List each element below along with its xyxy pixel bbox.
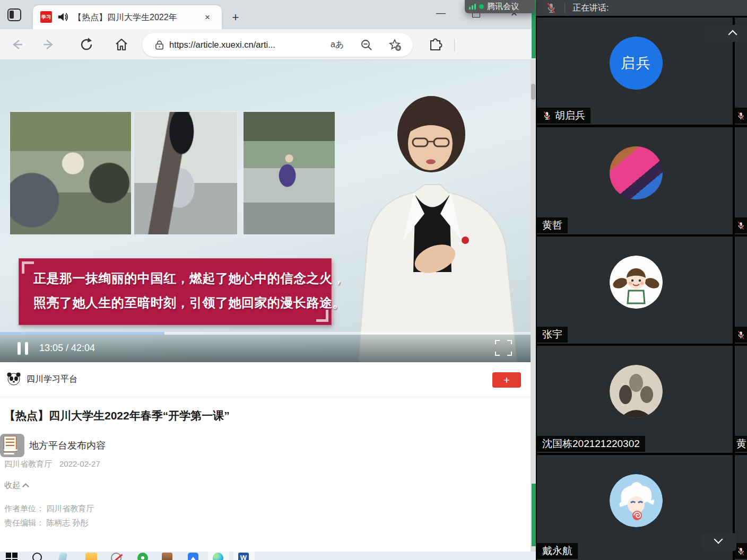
extensions-puzzle-icon[interactable]	[428, 37, 444, 52]
taskbar: W	[0, 552, 536, 560]
participant-tile[interactable]: 张宇	[537, 237, 733, 344]
tab-strip: 学习 【热点】四川大学生2022年 × +	[0, 0, 536, 29]
taskbar-quark-icon[interactable]	[183, 552, 204, 560]
scroll-down-button[interactable]	[701, 533, 736, 551]
status-dot-icon	[479, 4, 484, 9]
follow-button[interactable]: +	[492, 372, 521, 388]
taskbar-word-icon[interactable]: W	[233, 552, 255, 560]
mic-muted-icon	[542, 110, 552, 121]
participant-name-partial: 黄	[736, 437, 746, 451]
presenter-figure	[326, 81, 531, 362]
translate-icon[interactable]: aあ	[331, 39, 344, 50]
pause-button[interactable]	[18, 342, 28, 355]
video-controls: 13:05 / 42:04	[0, 335, 531, 362]
share-border-bottom	[532, 484, 536, 546]
tencent-meeting-pill[interactable]: 腾讯会议	[465, 0, 535, 13]
new-tab-button[interactable]: +	[228, 10, 243, 25]
byline-source: 四川省教育厅	[4, 459, 52, 468]
participant-tile-partial[interactable]	[735, 237, 747, 344]
avatar	[610, 146, 663, 199]
taskbar-edge-icon[interactable]	[208, 552, 229, 560]
mic-muted-icon	[736, 111, 745, 121]
tab-actions-menu-icon[interactable]	[7, 8, 21, 21]
window-minimize-button[interactable]: —	[435, 7, 447, 19]
avatar	[610, 256, 663, 309]
chevron-up-icon	[22, 483, 29, 490]
publisher-name[interactable]: 四川学习平台	[27, 374, 77, 385]
tab-audio-icon[interactable]	[57, 12, 69, 22]
toolbar-divider	[454, 39, 455, 51]
participant-label	[735, 543, 747, 559]
tab-close-icon[interactable]: ×	[201, 11, 214, 24]
participant-label	[735, 327, 747, 343]
article-title: 【热点】四川大学生2022年春季“开学第一课”	[4, 408, 482, 423]
video-photo-crowd	[10, 111, 132, 235]
participant-tile[interactable]: 黄哲	[537, 127, 733, 234]
home-icon[interactable]	[114, 37, 129, 52]
taskbar-file-explorer-icon[interactable]	[81, 552, 102, 560]
refresh-icon[interactable]	[79, 37, 94, 52]
video-photo-walking	[243, 111, 335, 235]
video-photo-ankle-monitor	[134, 111, 238, 235]
byline: 四川省教育厅2022-02-27	[4, 459, 108, 469]
author-line: 作者单位： 四川省教育厅	[4, 504, 94, 514]
tab-title: 【热点】四川大学生2022年	[73, 12, 193, 24]
browser-toolbar: https://article.xuexi.cn/arti... aあ •••	[0, 29, 536, 60]
zoom-out-icon[interactable]	[361, 39, 372, 51]
publisher-row: 四川学习平台 +	[0, 362, 531, 397]
participant-tile[interactable]: 沈国栋202121220302	[537, 346, 733, 453]
video-player[interactable]: 正是那一抹绚丽的中国红，燃起了她心中的信念之火， 照亮了她人生的至暗时刻，引领了…	[0, 60, 531, 362]
participant-name: 黄哲	[542, 218, 562, 232]
taskbar-start-button[interactable]	[1, 552, 22, 560]
taskbar-blocked-browser-icon[interactable]	[106, 552, 127, 560]
mic-muted-icon[interactable]	[545, 2, 557, 14]
source-tag: 地方平台发布内容	[29, 439, 106, 452]
browser-tab[interactable]: 学习 【热点】四川大学生2022年 ×	[33, 5, 222, 29]
publisher-avatar[interactable]	[6, 371, 21, 386]
mic-muted-icon	[736, 330, 745, 340]
taskbar-green-app-icon[interactable]	[133, 552, 154, 560]
scroll-up-button[interactable]	[704, 25, 747, 42]
participant-label: 戴永航	[537, 543, 578, 559]
participant-name: 张宇	[542, 328, 562, 342]
participant-label: 黄	[735, 436, 747, 452]
address-bar[interactable]: https://article.xuexi.cn/arti... aあ	[142, 33, 413, 57]
divider	[0, 397, 531, 397]
speaking-label: 正在讲话:	[572, 3, 609, 14]
xuexi-favicon-icon: 学习	[40, 11, 52, 23]
favorite-star-icon[interactable]	[389, 39, 402, 51]
participant-label: 胡启兵	[537, 108, 590, 124]
participant-tile-partial[interactable]: 黄	[735, 346, 747, 453]
meeting-app-title: 腾讯会议	[487, 2, 519, 12]
byline-date: 2022-02-27	[59, 459, 100, 468]
source-badge-icon[interactable]	[0, 434, 24, 457]
back-icon[interactable]	[8, 37, 24, 52]
meeting-header: 正在讲话:	[536, 0, 747, 16]
scrollbar-track[interactable]	[531, 60, 536, 552]
participant-tile-partial[interactable]	[735, 127, 747, 234]
editor-line: 责任编辑： 陈柄志 孙彤	[4, 518, 88, 528]
avatar	[610, 474, 663, 527]
taskbar-photo-app-icon[interactable]	[157, 552, 178, 560]
participant-tile[interactable]: 启兵 胡启兵	[537, 18, 733, 125]
video-time: 13:05 / 42:04	[39, 343, 95, 354]
lock-icon[interactable]	[155, 40, 164, 50]
participant-label: 沈国栋202121220302	[537, 436, 645, 452]
participant-label	[735, 217, 747, 233]
participant-name: 胡启兵	[555, 109, 585, 122]
mic-muted-icon	[736, 546, 745, 556]
scrollbar-thumb[interactable]	[531, 84, 535, 100]
participant-name: 沈国栋202121220302	[542, 437, 640, 451]
taskbar-search-button[interactable]	[28, 552, 49, 560]
banner-text-line1: 正是那一抹绚丽的中国红，燃起了她心中的信念之火，	[33, 270, 320, 287]
tile-column-divider	[733, 16, 735, 560]
forward-icon[interactable]	[41, 37, 57, 52]
fullscreen-icon[interactable]	[495, 340, 512, 356]
collapse-toggle[interactable]: 收起	[4, 480, 29, 491]
participant-label	[735, 108, 747, 124]
taskbar-phone-icon[interactable]	[54, 552, 75, 560]
mic-muted-icon	[736, 221, 745, 231]
participant-name: 戴永航	[542, 544, 572, 558]
banner-text-line2: 照亮了她人生的至暗时刻，引领了她回家的漫长路途。	[33, 294, 320, 311]
participant-tile-partial[interactable]	[735, 455, 747, 560]
